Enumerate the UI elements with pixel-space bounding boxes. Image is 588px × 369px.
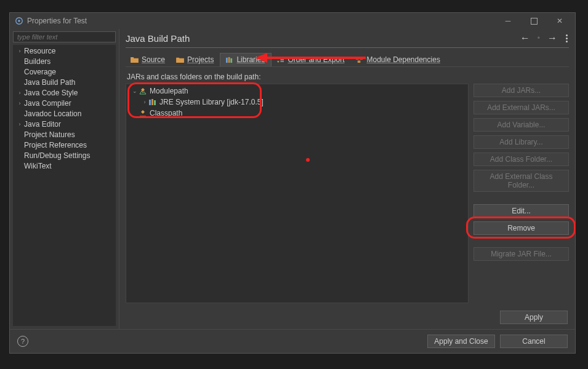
maximize-button[interactable]	[527, 15, 541, 26]
svg-rect-12	[149, 100, 151, 105]
sidebar-item-java-editor[interactable]: ›Java Editor	[13, 119, 116, 130]
tabs: Source Projects Libraries Order and Expo…	[126, 53, 569, 67]
svg-rect-4	[228, 57, 230, 62]
sidebar-item-java-code-style[interactable]: ›Java Code Style	[13, 88, 116, 98]
svg-rect-2	[531, 18, 537, 24]
annotation-dot	[306, 158, 310, 162]
svg-rect-6	[281, 57, 284, 58]
filter-input[interactable]	[13, 31, 116, 42]
order-icon	[276, 57, 284, 63]
sidebar-item-run-debug-settings[interactable]: Run/Debug Settings	[13, 151, 116, 161]
dialog-icon	[15, 17, 23, 25]
titlebar: Properties for Test ─ ✕	[10, 13, 575, 29]
back-button[interactable]: ←	[520, 33, 530, 44]
apply-button[interactable]: Apply	[500, 311, 568, 324]
button-column: Add JARs... Add External JARs... Add Var…	[473, 84, 569, 303]
sidebar-item-coverage[interactable]: Coverage	[13, 67, 116, 77]
sidebar-item-project-natures[interactable]: Project Natures	[13, 130, 116, 140]
tab-libraries[interactable]: Libraries	[220, 53, 272, 66]
library-icon	[148, 98, 157, 106]
classpath-icon	[139, 109, 147, 117]
window-title: Properties for Test	[27, 17, 501, 25]
sidebar: ›Resource Builders Coverage Java Build P…	[10, 29, 119, 329]
tab-projects[interactable]: Projects	[171, 54, 220, 66]
cancel-button[interactable]: Cancel	[500, 335, 568, 348]
svg-point-1	[18, 20, 20, 22]
content-pane: Java Build Path ← • → Source	[119, 29, 575, 329]
add-variable-button[interactable]: Add Variable...	[473, 118, 569, 132]
add-class-folder-button[interactable]: Add Class Folder...	[473, 153, 569, 166]
sidebar-item-resource[interactable]: ›Resource	[13, 46, 116, 57]
library-icon	[225, 57, 233, 63]
folder-icon	[131, 57, 139, 63]
properties-dialog: Properties for Test ─ ✕ ›Resource Builde…	[9, 12, 576, 354]
folder-icon	[176, 57, 184, 63]
migrate-jar-button[interactable]: Migrate JAR File...	[473, 247, 569, 261]
tab-module-dependencies[interactable]: Module Dependencies	[350, 54, 446, 66]
add-external-class-folder-button[interactable]: Add External Class Folder...	[473, 170, 569, 192]
add-jars-button[interactable]: Add JARs...	[473, 84, 569, 97]
minimize-button[interactable]: ─	[501, 15, 515, 26]
svg-rect-9	[356, 57, 359, 59]
sidebar-item-java-build-path[interactable]: Java Build Path	[13, 77, 116, 88]
modulepath-icon	[139, 87, 147, 95]
svg-rect-8	[281, 61, 284, 62]
module-icon	[355, 57, 363, 63]
menu-button[interactable]	[565, 33, 569, 44]
add-external-jars-button[interactable]: Add External JARs...	[473, 101, 569, 114]
close-button[interactable]: ✕	[553, 15, 566, 26]
add-library-button[interactable]: Add Library...	[473, 135, 569, 149]
help-button[interactable]: ?	[17, 336, 28, 347]
svg-rect-11	[358, 60, 361, 63]
tree-item-jre[interactable]: › JRE System Library [jdk-17.0.5]	[126, 97, 468, 108]
svg-rect-13	[151, 99, 153, 105]
dialog-footer: ? Apply and Close Cancel	[10, 329, 575, 353]
svg-rect-10	[360, 57, 363, 59]
svg-rect-5	[231, 58, 233, 62]
svg-rect-14	[154, 100, 156, 105]
category-tree[interactable]: ›Resource Builders Coverage Java Build P…	[13, 45, 116, 326]
page-title: Java Build Path	[126, 33, 190, 44]
jars-label: JARs and class folders on the build path…	[127, 73, 569, 81]
apply-close-button[interactable]: Apply and Close	[427, 335, 495, 348]
remove-button[interactable]: Remove	[473, 221, 569, 235]
sidebar-item-wikitext[interactable]: WikiText	[13, 161, 116, 172]
tab-source[interactable]: Source	[126, 54, 171, 66]
tab-order-export[interactable]: Order and Export	[272, 54, 350, 66]
sidebar-item-javadoc-location[interactable]: Javadoc Location	[13, 109, 116, 119]
svg-rect-3	[226, 57, 228, 62]
sidebar-item-builders[interactable]: Builders	[13, 57, 116, 67]
svg-rect-7	[281, 59, 284, 60]
forward-button[interactable]: →	[547, 33, 557, 44]
sidebar-item-java-compiler[interactable]: ›Java Compiler	[13, 98, 116, 109]
build-path-tree[interactable]: ⌄ Modulepath › JRE System Library [jdk-1…	[126, 84, 469, 303]
sidebar-item-project-references[interactable]: Project References	[13, 140, 116, 151]
tree-item-modulepath[interactable]: ⌄ Modulepath	[126, 85, 468, 97]
tree-item-classpath[interactable]: › Classpath	[126, 108, 468, 119]
edit-button[interactable]: Edit...	[473, 204, 569, 218]
